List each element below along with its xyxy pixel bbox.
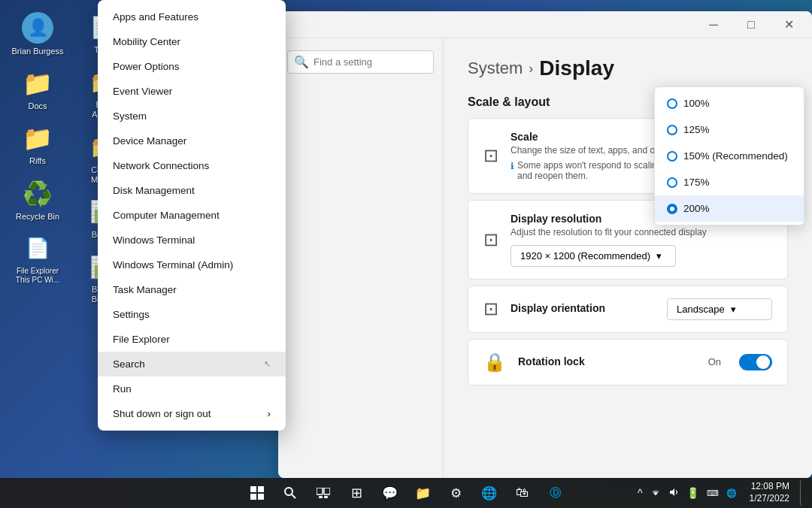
tray-chevron-icon[interactable]: ^ <box>635 485 645 500</box>
menu-item-shutdown[interactable]: Shut down or sign out › <box>98 401 286 426</box>
resolution-dropdown-button[interactable]: 1920 × 1200 (Recommended) ▾ <box>511 245 676 267</box>
menu-item-file-explorer[interactable]: File Explorer <box>98 327 286 352</box>
taskbar-teams-button[interactable]: 💬 <box>374 479 404 506</box>
desktop-icon-user[interactable]: 👤 Brian Burgess <box>8 8 68 61</box>
menu-item-network[interactable]: Network Connections <box>98 153 286 178</box>
taskbar-search-button[interactable] <box>275 479 305 506</box>
breadcrumb-display: Display <box>539 56 614 80</box>
taskbar-dell-button[interactable]: Ⓓ <box>540 479 570 506</box>
rotation-lock-icon: 🔒 <box>483 352 506 373</box>
settings-search-bar[interactable]: 🔍 <box>287 50 434 74</box>
taskbar-store-button[interactable]: 🛍 <box>507 479 537 506</box>
settings-window: ─ □ ✕ 🔍 System › Display Scale & <box>278 11 812 478</box>
breadcrumb-separator: › <box>529 61 533 77</box>
scale-option-100[interactable]: 100% <box>655 90 804 116</box>
svg-rect-1 <box>258 486 264 492</box>
svg-rect-8 <box>319 496 323 498</box>
scale-label-125: 125% <box>683 124 710 135</box>
tray-volume-icon[interactable] <box>666 485 681 501</box>
docs-folder-icon: 📁 <box>23 68 53 98</box>
cursor-indicator: ↖ <box>264 359 271 369</box>
svg-line-5 <box>292 494 295 498</box>
rotation-lock-control: On <box>708 354 772 370</box>
menu-item-terminal[interactable]: Windows Terminal <box>98 228 286 252</box>
svg-marker-10 <box>670 488 674 496</box>
menu-item-device[interactable]: Device Manager <box>98 129 286 153</box>
menu-item-task[interactable]: Task Manager <box>98 277 286 302</box>
breadcrumb: System › Display <box>468 56 788 80</box>
resolution-dropdown-row: 1920 × 1200 (Recommended) ▾ <box>511 245 772 267</box>
scale-radio-100 <box>667 98 677 109</box>
orientation-setting-name: Display orientation <box>511 302 655 314</box>
scale-radio-200 <box>667 204 677 214</box>
scale-option-125[interactable]: 125% <box>655 116 804 143</box>
riffs-folder-icon: 📁 <box>23 123 53 153</box>
rotation-lock-toggle[interactable] <box>739 354 772 370</box>
svg-point-4 <box>285 488 292 495</box>
taskbar-settings-button[interactable]: ⚙ <box>441 479 471 506</box>
resolution-icon: ⊡ <box>483 229 498 250</box>
settings-sidebar: 🔍 <box>278 38 444 478</box>
menu-item-search[interactable]: Search ↖ <box>98 352 286 376</box>
maximize-button[interactable]: □ <box>734 13 768 37</box>
info-icon: ℹ <box>511 161 514 171</box>
svg-rect-0 <box>250 486 256 492</box>
scale-option-200[interactable]: 200% <box>655 195 804 222</box>
file-explorer-icon-label: File ExplorerThis PC Wi... <box>16 267 59 285</box>
menu-item-terminal-admin[interactable]: Windows Terminal (Admin) <box>98 252 286 277</box>
menu-item-event[interactable]: Event Viewer <box>98 79 286 104</box>
tray-keyboard-icon[interactable]: ⌨ <box>704 487 721 500</box>
rotation-lock-status: On <box>708 356 721 367</box>
show-desktop-button[interactable] <box>800 479 806 506</box>
desktop-icon-riffs[interactable]: 📁 Riffs <box>8 119 68 171</box>
scale-radio-125 <box>667 125 677 135</box>
scale-dropdown-overlay: 100% 125% 150% (Recommended) 175% 200% <box>654 86 804 225</box>
scale-label-200: 200% <box>683 203 710 214</box>
desktop-icon-docs[interactable]: 📁 Docs <box>8 64 68 116</box>
chevron-down-icon-orientation: ▾ <box>731 304 736 315</box>
title-bar-buttons: ─ □ ✕ <box>696 13 806 37</box>
close-button[interactable]: ✕ <box>771 13 806 37</box>
scale-label-175: 175% <box>683 177 710 188</box>
scale-icon: ⊡ <box>483 145 498 166</box>
taskbar-edge-button[interactable]: 🌐 <box>474 479 504 506</box>
taskbar-file-explorer-button[interactable]: 📁 <box>408 479 438 506</box>
tray-wifi-icon[interactable] <box>648 485 663 501</box>
settings-search-input[interactable] <box>314 56 427 68</box>
scale-label-150: 150% (Recommended) <box>683 150 788 162</box>
menu-item-apps[interactable]: Apps and Features <box>98 5 286 29</box>
menu-item-power[interactable]: Power Options <box>98 54 286 79</box>
svg-rect-2 <box>250 494 256 500</box>
orientation-setting-card: ⊡ Display orientation Landscape ▾ <box>468 286 788 333</box>
tray-network-icon[interactable]: 🌐 <box>724 487 739 500</box>
menu-item-disk[interactable]: Disk Management <box>98 178 286 203</box>
menu-item-run[interactable]: Run <box>98 376 286 401</box>
desktop-icon-recycle[interactable]: ♻️ Recycle Bin <box>8 174 68 226</box>
tray-battery-icon[interactable]: 🔋 <box>684 485 701 500</box>
taskbar-widgets-button[interactable]: ⊞ <box>341 479 371 506</box>
menu-item-mobility[interactable]: Mobility Center <box>98 29 286 54</box>
clock-time: 12:08 PM <box>750 481 789 493</box>
menu-item-system[interactable]: System <box>98 104 286 129</box>
scale-option-175[interactable]: 175% <box>655 169 804 195</box>
taskbar-start-button[interactable] <box>242 479 272 506</box>
rotation-lock-info: Rotation lock <box>518 355 696 369</box>
chevron-down-icon: ▾ <box>656 250 662 262</box>
svg-rect-9 <box>324 496 328 498</box>
minimize-button[interactable]: ─ <box>696 13 731 37</box>
system-clock[interactable]: 12:08 PM 1/27/2022 <box>745 479 794 506</box>
desktop-icon-file-explorer[interactable]: 📄 File ExplorerThis PC Wi... <box>8 229 68 289</box>
docs-icon-label: Docs <box>28 101 47 111</box>
svg-rect-6 <box>317 488 323 494</box>
menu-item-settings[interactable]: Settings <box>98 302 286 327</box>
scale-option-150[interactable]: 150% (Recommended) <box>655 143 804 169</box>
svg-rect-7 <box>324 488 330 494</box>
resolution-setting-desc: Adjust the resolution to fit your connec… <box>511 226 772 239</box>
menu-item-computer[interactable]: Computer Management <box>98 203 286 228</box>
orientation-info: Display orientation <box>511 302 655 316</box>
svg-rect-3 <box>258 494 264 500</box>
taskbar-task-view-button[interactable] <box>308 479 338 506</box>
orientation-dropdown-button[interactable]: Landscape ▾ <box>667 298 772 320</box>
taskbar: ⊞ 💬 📁 ⚙ 🌐 🛍 Ⓓ ^ <box>0 478 812 508</box>
file-explorer-icon: 📄 <box>23 234 53 264</box>
